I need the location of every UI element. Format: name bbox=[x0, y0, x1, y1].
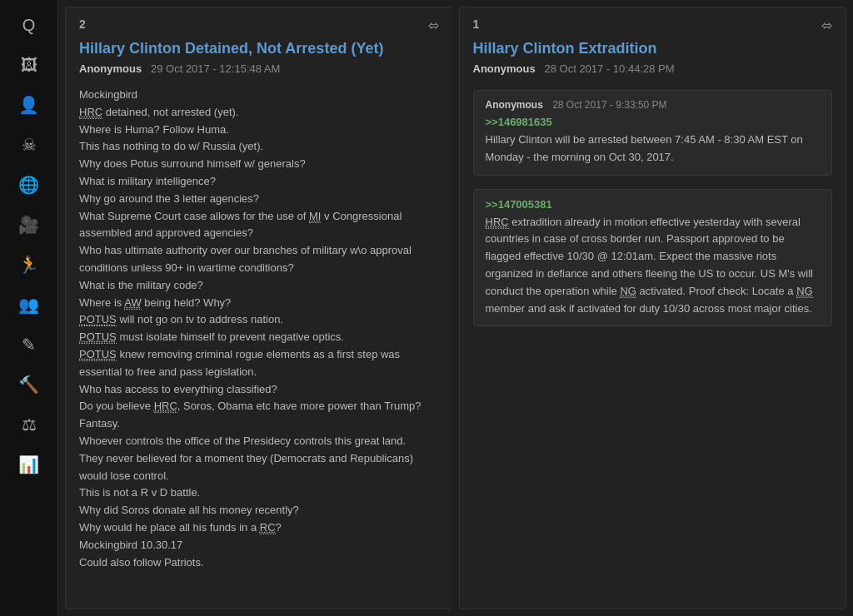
post-card-detained: 2 ⬄ Hillary Clinton Detained, Not Arrest… bbox=[65, 7, 452, 609]
hammer-icon: 🔨 bbox=[18, 375, 39, 395]
sidebar-item-person[interactable]: 👥 bbox=[8, 286, 50, 323]
chart-icon: 📊 bbox=[18, 455, 39, 474]
reply-meta-1: Anonymous 28 Oct 2017 - 9:33:50 PM bbox=[486, 99, 821, 111]
person-icon: 👥 bbox=[18, 295, 39, 315]
sidebar-item-gallery[interactable]: 🖼 bbox=[8, 47, 50, 83]
sidebar-item-users[interactable]: 👤 bbox=[8, 87, 50, 123]
post-number-1: 1 bbox=[473, 17, 480, 31]
post-author-detained: Anonymous bbox=[79, 62, 142, 75]
sidebar-item-skull[interactable]: ☠ bbox=[8, 127, 50, 163]
sidebar-item-video[interactable]: 🎥 bbox=[8, 206, 50, 243]
post-date-detained: 29 Oct 2017 - 12:15:48 AM bbox=[151, 62, 280, 75]
q-icon: Q bbox=[22, 16, 36, 35]
sidebar: Q 🖼 👤 ☠ 🌐 🎥 🏃 👥 ✎ 🔨 ⚖ 📊 bbox=[0, 0, 58, 616]
globe-icon: 🌐 bbox=[18, 175, 39, 195]
sidebar-item-globe[interactable]: 🌐 bbox=[8, 166, 50, 203]
post-author-extradition: Anonymous bbox=[473, 62, 536, 75]
reply-body-2: HRC extradition already in motion effect… bbox=[486, 214, 821, 318]
running-icon: 🏃 bbox=[18, 255, 39, 275]
scale-icon: ⚖ bbox=[22, 415, 37, 435]
reply-author-1: Anonymous bbox=[486, 99, 543, 111]
gallery-icon: 🖼 bbox=[21, 56, 37, 75]
sidebar-item-running[interactable]: 🏃 bbox=[8, 246, 50, 283]
post-header-detained: 2 ⬄ bbox=[66, 7, 452, 37]
post-meta-extradition: Anonymous 28 Oct 2017 - 10:44:28 PM bbox=[460, 61, 846, 83]
share-button-extradition[interactable]: ⬄ bbox=[821, 17, 832, 33]
post-date-extradition: 28 Oct 2017 - 10:44:28 PM bbox=[544, 62, 674, 75]
video-icon: 🎥 bbox=[18, 215, 39, 235]
edit-icon: ✎ bbox=[22, 335, 36, 355]
share-button-detained[interactable]: ⬄ bbox=[428, 17, 439, 33]
reply-card-2: >>147005381 HRC extradition already in m… bbox=[473, 189, 833, 327]
reply-date-1: 28 Oct 2017 - 9:33:50 PM bbox=[552, 99, 666, 111]
sidebar-item-hammer[interactable]: 🔨 bbox=[8, 366, 50, 403]
sidebar-item-chart[interactable]: 📊 bbox=[8, 446, 50, 483]
reply-quote-ref-2[interactable]: >>147005381 bbox=[486, 198, 821, 211]
post-header-extradition: 1 ⬄ bbox=[460, 7, 846, 37]
post-meta-detained: Anonymous 29 Oct 2017 - 12:15:48 AM bbox=[66, 61, 452, 83]
main-content: 2 ⬄ Hillary Clinton Detained, Not Arrest… bbox=[58, 0, 853, 616]
posts-container: 2 ⬄ Hillary Clinton Detained, Not Arrest… bbox=[58, 0, 853, 616]
sidebar-item-q[interactable]: Q bbox=[8, 7, 50, 43]
post-number-2: 2 bbox=[79, 17, 86, 31]
sidebar-item-scale[interactable]: ⚖ bbox=[8, 406, 50, 443]
post-body-detained: Mockingbird HRC detained, not arrested (… bbox=[66, 83, 452, 584]
reply-quote-ref-1[interactable]: >>146981635 bbox=[486, 116, 821, 128]
reply-body-1: Hillary Clinton will be arrested between… bbox=[486, 132, 821, 166]
skull-icon: ☠ bbox=[22, 135, 37, 155]
sidebar-item-edit[interactable]: ✎ bbox=[8, 326, 50, 363]
reply-card-1: Anonymous 28 Oct 2017 - 9:33:50 PM >>146… bbox=[473, 90, 833, 176]
post-card-extradition: 1 ⬄ Hillary Clinton Extradition Anonymou… bbox=[459, 7, 847, 609]
post-title-extradition: Hillary Clinton Extradition bbox=[460, 37, 846, 61]
post-title-detained: Hillary Clinton Detained, Not Arrested (… bbox=[66, 37, 452, 61]
users-icon: 👤 bbox=[18, 95, 39, 115]
